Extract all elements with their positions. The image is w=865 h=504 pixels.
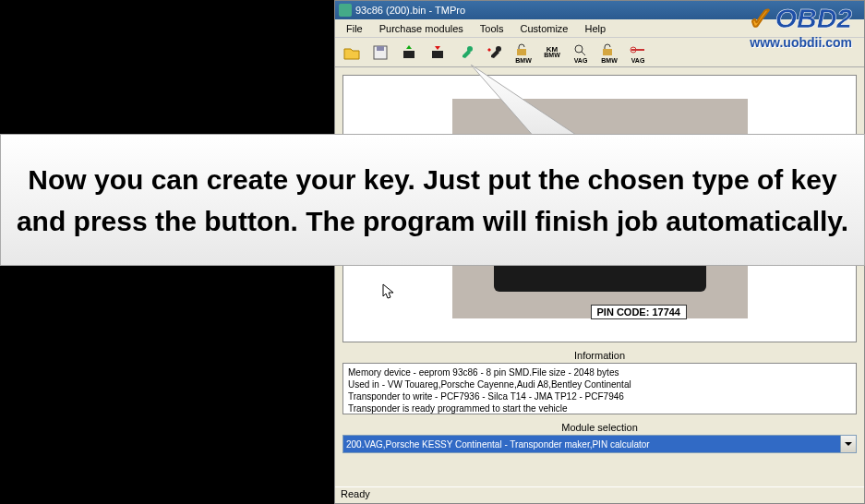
window-title: 93c86 (200).bin - TMPro bbox=[355, 5, 465, 16]
svg-point-7 bbox=[575, 45, 583, 53]
svg-rect-2 bbox=[403, 51, 414, 58]
svg-rect-3 bbox=[432, 51, 443, 58]
svg-point-5 bbox=[496, 46, 501, 52]
info-line: Memory device - eeprom 93c86 - 8 pin SMD… bbox=[348, 366, 851, 378]
svg-rect-6 bbox=[517, 49, 526, 55]
toolbar-bmw-unlock[interactable]: BMW bbox=[510, 40, 537, 66]
watermark-checkmark-icon: ✓ bbox=[748, 0, 774, 37]
toolbar-key-down[interactable] bbox=[481, 40, 509, 66]
statusbar: Ready bbox=[335, 486, 864, 503]
watermark-brand: OBD2 bbox=[775, 3, 852, 34]
toolbar-save[interactable] bbox=[366, 40, 394, 66]
menu-file[interactable]: File bbox=[339, 21, 370, 36]
info-line: Transponder is ready programmed to start… bbox=[348, 402, 851, 414]
toolbar-km-bmw[interactable]: KM BMW bbox=[538, 40, 566, 66]
menu-help[interactable]: Help bbox=[578, 21, 614, 36]
watermark: ✓ OBD2 www.uobdii.com bbox=[748, 0, 852, 50]
information-heading: Information bbox=[342, 350, 857, 361]
toolbar-chip-up[interactable] bbox=[395, 40, 423, 66]
toolbar-bmw-unlock2[interactable]: BMW bbox=[595, 40, 623, 66]
info-line: Transponder to write - PCF7936 - Silca T… bbox=[348, 390, 851, 402]
toolbar-open[interactable] bbox=[338, 40, 366, 66]
module-select[interactable]: 200.VAG,Porsche KESSY Continental - Tran… bbox=[342, 435, 857, 453]
menu-customize[interactable]: Customize bbox=[513, 21, 576, 36]
toolbar-vag-tool[interactable]: VAG bbox=[624, 40, 652, 66]
information-box: Memory device - eeprom 93c86 - 8 pin SMD… bbox=[342, 363, 857, 414]
toolbar-key-up[interactable] bbox=[452, 40, 480, 66]
status-text: Ready bbox=[341, 488, 370, 499]
instruction-text: Now you can create your key. Just put th… bbox=[14, 159, 851, 242]
toolbar-vag-search[interactable]: VAG bbox=[567, 40, 595, 66]
watermark-logo: ✓ OBD2 bbox=[748, 0, 852, 37]
watermark-url: www.uobdii.com bbox=[748, 35, 852, 50]
toolbar-chip-down[interactable] bbox=[424, 40, 451, 66]
svg-point-4 bbox=[467, 46, 473, 52]
menu-purchase[interactable]: Purchase modules bbox=[372, 21, 471, 36]
info-line: Used in - VW Touareg,Porsche Cayenne,Aud… bbox=[348, 378, 851, 390]
svg-rect-1 bbox=[377, 46, 384, 51]
module-selected-value: 200.VAG,Porsche KESSY Continental - Tran… bbox=[346, 439, 650, 450]
instruction-callout: Now you can create your key. Just put th… bbox=[0, 134, 865, 266]
menu-tools[interactable]: Tools bbox=[473, 21, 511, 36]
module-heading: Module selection bbox=[342, 422, 857, 433]
pin-code-label: PIN CODE: 17744 bbox=[591, 305, 687, 319]
svg-rect-8 bbox=[603, 49, 612, 55]
content-area: PIN CODE: 17744 Information Memory devic… bbox=[335, 67, 864, 486]
chevron-down-icon[interactable] bbox=[840, 436, 856, 452]
callout-pointer bbox=[462, 65, 582, 138]
app-icon bbox=[339, 4, 352, 17]
